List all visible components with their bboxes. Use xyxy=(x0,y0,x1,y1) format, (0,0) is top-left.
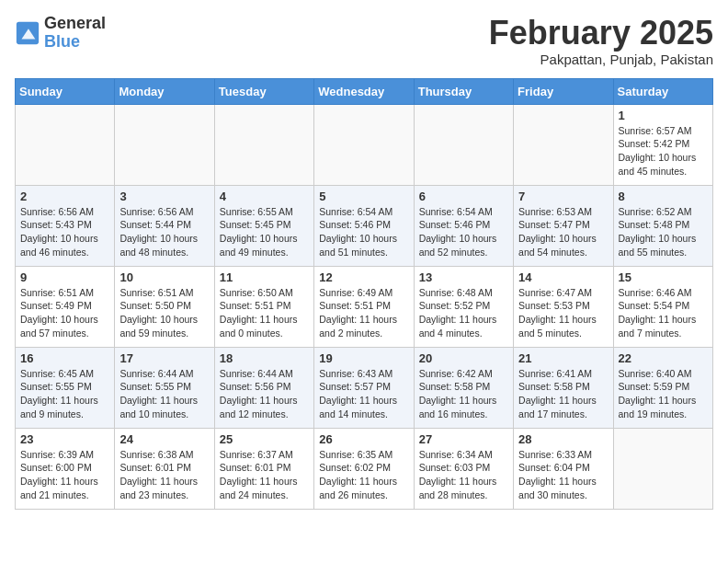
day-number: 9 xyxy=(20,270,109,284)
day-info: Sunrise: 6:42 AMSunset: 5:58 PMDaylight:… xyxy=(419,367,508,421)
table-row xyxy=(115,104,214,185)
table-row xyxy=(16,104,115,185)
day-number: 28 xyxy=(518,432,608,446)
day-info: Sunrise: 6:41 AMSunset: 5:58 PMDaylight:… xyxy=(518,367,608,421)
day-number: 1 xyxy=(619,109,708,122)
table-row: 11Sunrise: 6:50 AMSunset: 5:51 PMDayligh… xyxy=(214,266,313,347)
day-info: Sunrise: 6:57 AMSunset: 5:42 PMDaylight:… xyxy=(619,124,708,178)
location-subtitle: Pakpattan, Punjab, Pakistan xyxy=(489,52,713,67)
day-info: Sunrise: 6:44 AMSunset: 5:56 PMDaylight:… xyxy=(220,367,309,421)
day-number: 16 xyxy=(20,351,109,365)
col-monday: Monday xyxy=(115,78,214,104)
col-friday: Friday xyxy=(514,78,613,104)
table-row: 7Sunrise: 6:53 AMSunset: 5:47 PMDaylight… xyxy=(514,185,613,266)
table-row: 21Sunrise: 6:41 AMSunset: 5:58 PMDayligh… xyxy=(514,347,613,428)
day-number: 3 xyxy=(119,190,209,203)
table-row: 14Sunrise: 6:47 AMSunset: 5:53 PMDayligh… xyxy=(514,266,613,347)
day-number: 23 xyxy=(20,432,109,446)
table-row: 17Sunrise: 6:44 AMSunset: 5:55 PMDayligh… xyxy=(115,347,214,428)
table-row xyxy=(414,104,513,185)
day-number: 6 xyxy=(419,190,508,203)
day-number: 4 xyxy=(220,190,309,203)
day-info: Sunrise: 6:43 AMSunset: 5:57 PMDaylight:… xyxy=(319,367,408,421)
col-sunday: Sunday xyxy=(16,78,115,104)
day-info: Sunrise: 6:44 AMSunset: 5:55 PMDaylight:… xyxy=(119,367,209,421)
header-row: Sunday Monday Tuesday Wednesday Thursday… xyxy=(16,78,713,104)
logo: General Blue xyxy=(15,15,106,52)
col-wednesday: Wednesday xyxy=(314,78,414,104)
day-info: Sunrise: 6:56 AMSunset: 5:43 PMDaylight:… xyxy=(20,205,109,259)
table-row xyxy=(613,428,712,509)
table-row: 10Sunrise: 6:51 AMSunset: 5:50 PMDayligh… xyxy=(115,266,214,347)
day-info: Sunrise: 6:53 AMSunset: 5:47 PMDaylight:… xyxy=(518,205,608,259)
calendar-row: 2Sunrise: 6:56 AMSunset: 5:43 PMDaylight… xyxy=(16,185,713,266)
day-info: Sunrise: 6:38 AMSunset: 6:01 PMDaylight:… xyxy=(119,448,209,502)
day-info: Sunrise: 6:56 AMSunset: 5:44 PMDaylight:… xyxy=(119,205,209,259)
day-info: Sunrise: 6:52 AMSunset: 5:48 PMDaylight:… xyxy=(619,205,708,259)
day-info: Sunrise: 6:49 AMSunset: 5:51 PMDaylight:… xyxy=(319,286,408,340)
day-number: 8 xyxy=(619,190,708,203)
title-block: February 2025 Pakpattan, Punjab, Pakista… xyxy=(489,15,713,67)
table-row xyxy=(514,104,613,185)
day-info: Sunrise: 6:51 AMSunset: 5:50 PMDaylight:… xyxy=(119,286,209,340)
day-number: 21 xyxy=(518,351,608,365)
day-number: 14 xyxy=(518,270,608,284)
day-info: Sunrise: 6:48 AMSunset: 5:52 PMDaylight:… xyxy=(419,286,508,340)
calendar-row: 23Sunrise: 6:39 AMSunset: 6:00 PMDayligh… xyxy=(16,428,713,509)
table-row: 9Sunrise: 6:51 AMSunset: 5:49 PMDaylight… xyxy=(16,266,115,347)
day-number: 7 xyxy=(518,190,608,203)
logo-general-text: General xyxy=(44,15,106,33)
calendar-row: 16Sunrise: 6:45 AMSunset: 5:55 PMDayligh… xyxy=(16,347,713,428)
day-number: 26 xyxy=(319,432,408,446)
day-number: 15 xyxy=(619,270,708,284)
day-number: 12 xyxy=(319,270,408,284)
day-number: 2 xyxy=(20,190,109,203)
table-row: 24Sunrise: 6:38 AMSunset: 6:01 PMDayligh… xyxy=(115,428,214,509)
calendar-row: 1Sunrise: 6:57 AMSunset: 5:42 PMDaylight… xyxy=(16,104,713,185)
table-row: 5Sunrise: 6:54 AMSunset: 5:46 PMDaylight… xyxy=(314,185,414,266)
table-row: 23Sunrise: 6:39 AMSunset: 6:00 PMDayligh… xyxy=(16,428,115,509)
table-row: 8Sunrise: 6:52 AMSunset: 5:48 PMDaylight… xyxy=(613,185,712,266)
day-info: Sunrise: 6:45 AMSunset: 5:55 PMDaylight:… xyxy=(20,367,109,421)
day-number: 10 xyxy=(119,270,209,284)
day-number: 11 xyxy=(220,270,309,284)
calendar-table: Sunday Monday Tuesday Wednesday Thursday… xyxy=(15,78,713,510)
calendar-row: 9Sunrise: 6:51 AMSunset: 5:49 PMDaylight… xyxy=(16,266,713,347)
day-info: Sunrise: 6:39 AMSunset: 6:00 PMDaylight:… xyxy=(20,448,109,502)
day-info: Sunrise: 6:51 AMSunset: 5:49 PMDaylight:… xyxy=(20,286,109,340)
table-row: 16Sunrise: 6:45 AMSunset: 5:55 PMDayligh… xyxy=(16,347,115,428)
table-row: 22Sunrise: 6:40 AMSunset: 5:59 PMDayligh… xyxy=(613,347,712,428)
col-tuesday: Tuesday xyxy=(214,78,313,104)
table-row: 13Sunrise: 6:48 AMSunset: 5:52 PMDayligh… xyxy=(414,266,513,347)
day-info: Sunrise: 6:37 AMSunset: 6:01 PMDaylight:… xyxy=(220,448,309,502)
table-row: 25Sunrise: 6:37 AMSunset: 6:01 PMDayligh… xyxy=(214,428,313,509)
day-info: Sunrise: 6:46 AMSunset: 5:54 PMDaylight:… xyxy=(619,286,708,340)
day-info: Sunrise: 6:33 AMSunset: 6:04 PMDaylight:… xyxy=(518,448,608,502)
table-row: 28Sunrise: 6:33 AMSunset: 6:04 PMDayligh… xyxy=(514,428,613,509)
day-number: 5 xyxy=(319,190,408,203)
table-row: 6Sunrise: 6:54 AMSunset: 5:46 PMDaylight… xyxy=(414,185,513,266)
table-row xyxy=(314,104,414,185)
table-row xyxy=(214,104,313,185)
day-number: 20 xyxy=(419,351,508,365)
table-row: 18Sunrise: 6:44 AMSunset: 5:56 PMDayligh… xyxy=(214,347,313,428)
day-info: Sunrise: 6:34 AMSunset: 6:03 PMDaylight:… xyxy=(419,448,508,502)
day-info: Sunrise: 6:35 AMSunset: 6:02 PMDaylight:… xyxy=(319,448,408,502)
table-row: 4Sunrise: 6:55 AMSunset: 5:45 PMDaylight… xyxy=(214,185,313,266)
table-row: 1Sunrise: 6:57 AMSunset: 5:42 PMDaylight… xyxy=(613,104,712,185)
col-saturday: Saturday xyxy=(613,78,712,104)
table-row: 27Sunrise: 6:34 AMSunset: 6:03 PMDayligh… xyxy=(414,428,513,509)
table-row: 20Sunrise: 6:42 AMSunset: 5:58 PMDayligh… xyxy=(414,347,513,428)
col-thursday: Thursday xyxy=(414,78,513,104)
month-title: February 2025 xyxy=(489,15,713,52)
logo-text: General Blue xyxy=(44,15,106,52)
day-info: Sunrise: 6:54 AMSunset: 5:46 PMDaylight:… xyxy=(419,205,508,259)
day-info: Sunrise: 6:55 AMSunset: 5:45 PMDaylight:… xyxy=(220,205,309,259)
header: General Blue February 2025 Pakpattan, Pu… xyxy=(15,15,713,67)
day-info: Sunrise: 6:54 AMSunset: 5:46 PMDaylight:… xyxy=(319,205,408,259)
day-number: 22 xyxy=(619,351,708,365)
day-number: 17 xyxy=(119,351,209,365)
day-number: 24 xyxy=(119,432,209,446)
table-row: 19Sunrise: 6:43 AMSunset: 5:57 PMDayligh… xyxy=(314,347,414,428)
table-row: 15Sunrise: 6:46 AMSunset: 5:54 PMDayligh… xyxy=(613,266,712,347)
